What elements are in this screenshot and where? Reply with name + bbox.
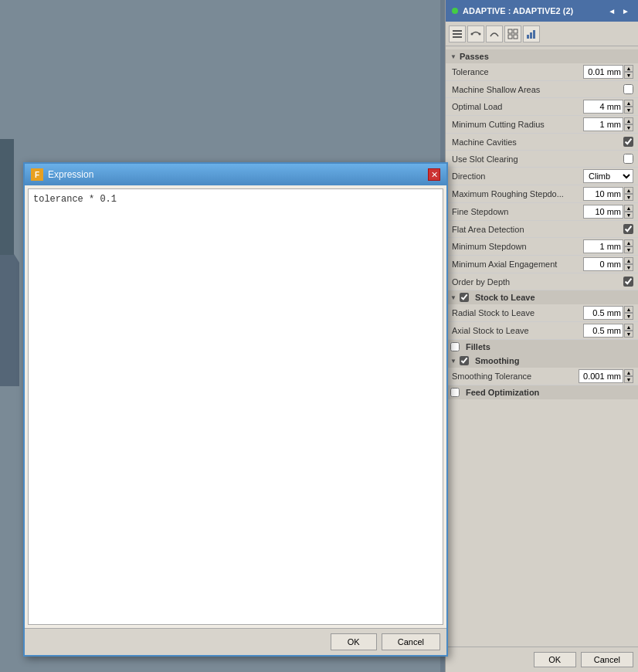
section-stock-header[interactable]: ▼ Stock to Leave [446,290,638,304]
machine-cavities-checkbox[interactable] [623,137,633,147]
properties-panel: ADAPTIVE : ADAPTIVE2 (2) ◄ ► ▼ Passes [445,0,638,672]
axial-stock-spin-up[interactable]: ▲ [624,324,633,331]
use-slot-clearing-row: Use Slot Clearing [446,151,638,168]
stock-section-checkbox[interactable] [460,293,469,302]
radial-stock-label: Radial Stock to Leave [452,308,583,317]
expression-textarea[interactable]: tolerance * 0.1 [29,189,443,624]
smoothing-tolerance-spinners: ▲ ▼ [624,369,633,383]
flat-area-checkbox[interactable] [623,224,633,234]
min-cutting-radius-spin-down[interactable]: ▼ [624,124,633,131]
section-stock-label: Stock to Leave [475,293,535,302]
optimal-load-spin-down[interactable]: ▼ [624,107,633,114]
svg-rect-5 [508,29,512,33]
svg-rect-6 [514,29,518,33]
fine-stepdown-label: Fine Stepdown [452,207,583,216]
min-axial-spinners: ▲ ▼ [624,257,633,271]
fine-stepdown-spinners: ▲ ▼ [624,205,633,219]
dialog-ok-button[interactable]: OK [331,633,377,650]
fillets-section-checkbox[interactable] [450,342,460,351]
dialog-f-icon: F [31,168,43,181]
section-passes-header[interactable]: ▼ Passes [446,49,638,63]
toolbar-btn-path[interactable] [467,25,484,42]
use-slot-clearing-value [623,154,633,164]
radial-stock-value: ▲ ▼ [583,306,633,320]
fine-stepdown-spin-down[interactable]: ▼ [624,212,633,219]
machine-cavities-row: Machine Cavities [446,134,638,151]
min-stepdown-input[interactable] [583,239,623,253]
min-cutting-radius-spin-up[interactable]: ▲ [624,117,633,124]
min-cutting-radius-input[interactable] [583,117,623,131]
smoothing-arrow: ▼ [450,358,456,365]
radial-stock-input[interactable] [583,306,623,320]
svg-point-3 [471,32,473,35]
direction-row: Direction Climb Conventional [446,168,638,185]
max-roughing-input[interactable] [583,187,623,201]
panel-footer: OK Cancel [446,647,638,672]
min-stepdown-spin-down[interactable]: ▼ [624,246,633,253]
section-feed-opt-label: Feed Optimization [466,388,539,397]
dialog-close-button[interactable]: ✕ [428,168,440,181]
panel-toolbar [446,22,638,46]
axial-stock-value: ▲ ▼ [583,324,633,338]
max-roughing-spin-down[interactable]: ▼ [624,194,633,201]
dialog-cancel-button[interactable]: Cancel [382,633,440,650]
fine-stepdown-row: Fine Stepdown ▲ ▼ [446,203,638,221]
panel-cancel-button[interactable]: Cancel [581,652,633,667]
toolbar-btn-grid[interactable] [504,25,521,42]
section-smoothing-header[interactable]: ▼ Smoothing [446,354,638,368]
panel-ok-button[interactable]: OK [534,652,576,667]
svg-point-4 [479,32,481,35]
min-axial-spin-down[interactable]: ▼ [624,264,633,271]
smoothing-tolerance-input[interactable] [579,369,623,383]
radial-stock-row: Radial Stock to Leave ▲ ▼ [446,304,638,322]
min-axial-spin-up[interactable]: ▲ [624,257,633,264]
min-stepdown-label: Minimum Stepdown [452,242,583,251]
dialog-content-area: tolerance * 0.1 [28,188,443,625]
nav-next-arrow[interactable]: ► [619,6,632,16]
order-by-depth-checkbox[interactable] [623,277,633,287]
tolerance-spin-up[interactable]: ▲ [624,65,633,72]
axial-stock-spin-down[interactable]: ▼ [624,331,633,338]
min-stepdown-spin-up[interactable]: ▲ [624,239,633,246]
direction-select[interactable]: Climb Conventional [583,169,633,183]
toolbar-btn-layers[interactable] [449,25,466,42]
min-axial-input[interactable] [583,257,623,271]
tolerance-value: ▲ ▼ [583,65,633,79]
machine-shallow-checkbox[interactable] [623,84,633,94]
tolerance-spin-down[interactable]: ▼ [624,72,633,79]
smoothing-section-checkbox[interactable] [460,356,469,365]
panel-title-left: ADAPTIVE : ADAPTIVE2 (2) [452,6,573,15]
flat-area-row: Flat Area Detection [446,221,638,238]
tolerance-spinners: ▲ ▼ [624,65,633,79]
radial-stock-spin-up[interactable]: ▲ [624,306,633,313]
optimal-load-input[interactable] [583,100,623,114]
flat-area-value [623,224,633,234]
fine-stepdown-input[interactable] [583,205,623,219]
nav-prev-arrow[interactable]: ◄ [606,6,618,16]
section-feed-opt-header[interactable]: Feed Optimization [446,385,638,399]
toolbar-btn-path2[interactable] [486,25,503,42]
dialog-titlebar: F Expression ✕ [25,164,446,185]
smoothing-tolerance-spin-up[interactable]: ▲ [624,369,633,376]
radial-stock-spin-down[interactable]: ▼ [624,313,633,320]
max-roughing-spin-up[interactable]: ▲ [624,187,633,194]
panel-nav-arrows: ◄ ► [606,6,632,16]
axial-stock-input[interactable] [583,324,623,338]
flat-area-label: Flat Area Detection [452,225,623,234]
min-axial-label: Minimum Axial Engagement [452,260,583,269]
dialog-footer: OK Cancel [25,628,446,655]
section-fillets-header[interactable]: Fillets [446,340,638,354]
feed-opt-section-checkbox[interactable] [450,388,460,397]
dialog-title-text: Expression [48,169,93,180]
section-passes-label: Passes [460,52,489,61]
fine-stepdown-spin-up[interactable]: ▲ [624,205,633,212]
svg-rect-10 [530,32,532,39]
tolerance-input[interactable] [583,65,623,79]
optimal-load-spin-up[interactable]: ▲ [624,100,633,107]
min-stepdown-spinners: ▲ ▼ [624,239,633,253]
passes-arrow: ▼ [450,53,456,60]
svg-rect-8 [514,35,518,39]
smoothing-tolerance-spin-down[interactable]: ▼ [624,376,633,383]
toolbar-btn-chart[interactable] [523,25,540,42]
use-slot-clearing-checkbox[interactable] [623,154,633,164]
